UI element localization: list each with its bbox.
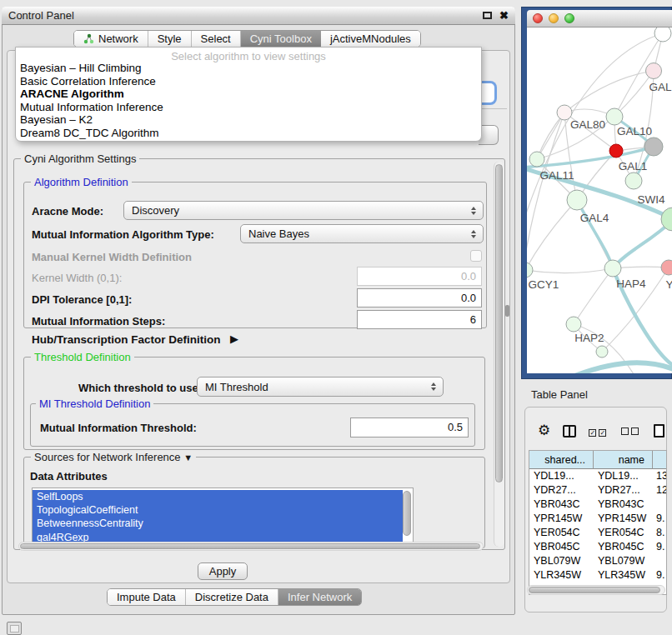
network-window-titlebar[interactable] — [527, 10, 672, 28]
minimize-traffic-light-icon[interactable] — [549, 13, 559, 23]
table-row[interactable]: YBR043CYBR043C — [529, 498, 667, 512]
table-cell[interactable]: YER054C — [529, 526, 594, 540]
apply-button[interactable]: Apply — [198, 562, 248, 580]
split-pane-divider-handle[interactable] — [505, 305, 509, 317]
mutual-information-threshold-input[interactable]: 0.5 — [350, 418, 469, 438]
tab-jactivemnodules[interactable]: jActiveMNodules — [321, 31, 420, 47]
network-node[interactable] — [604, 260, 621, 277]
table-cell[interactable]: YBR045C — [529, 540, 594, 554]
table-cell[interactable]: YBL079W — [594, 554, 653, 568]
table-cell[interactable]: 9. — [653, 568, 667, 582]
table-cell[interactable]: 12 — [653, 483, 667, 498]
table-cell[interactable]: YBR045C — [594, 540, 653, 554]
table-cell[interactable]: YLR345W — [529, 568, 594, 582]
table-cell[interactable] — [653, 554, 667, 568]
table-row[interactable]: YER054CYER054C8. — [529, 526, 667, 540]
dropdown-option[interactable]: Bayesian – Hill Climbing — [16, 62, 481, 75]
manual-kernel-width-checkbox[interactable] — [470, 250, 482, 262]
network-node[interactable] — [654, 28, 671, 42]
float-window-icon[interactable] — [483, 12, 492, 19]
tab-impute-data[interactable]: Impute Data — [108, 589, 186, 605]
table-cell[interactable]: 13 — [653, 469, 667, 483]
collapse-arrow-icon[interactable]: ▼ — [183, 452, 193, 462]
network-node[interactable] — [527, 262, 533, 278]
network-edge[interactable] — [527, 268, 613, 273]
network-node[interactable] — [609, 144, 623, 158]
table-cell[interactable]: YBR043C — [594, 498, 653, 512]
zoom-traffic-light-icon[interactable] — [564, 13, 574, 23]
control-panel-titlebar[interactable]: Control Panel ✖ — [2, 7, 515, 25]
table-hscrollbar-thumb[interactable] — [529, 587, 660, 593]
dropdown-option[interactable]: Dream8 DC_TDC Algorithm — [16, 127, 481, 140]
kernel-width-input[interactable]: 0.0 — [357, 267, 482, 286]
table-row[interactable]: YDR27...YDR27...12 — [529, 483, 667, 498]
tab-network[interactable]: Network — [74, 31, 148, 47]
network-node[interactable] — [566, 317, 581, 332]
network-node[interactable] — [661, 260, 672, 275]
data-attribute-item[interactable]: TopologicalCoefficient — [33, 503, 403, 517]
mi-algorithm-type-combo[interactable]: Naive Bayes — [240, 224, 484, 243]
tab-select[interactable]: Select — [192, 31, 241, 47]
table-row[interactable]: YLR345WYLR345W9. — [529, 568, 667, 582]
close-icon[interactable]: ✖ — [499, 11, 509, 20]
sources-group-title[interactable]: Sources for Network Inference ▼ — [31, 451, 196, 463]
hub-transcription-factor-label[interactable]: Hub/Transcription Factor Definition — [32, 333, 221, 346]
data-attribute-item[interactable]: BetweennessCentrality — [33, 517, 403, 530]
table-cell[interactable]: 9. — [653, 512, 667, 526]
table-row[interactable]: YBR045CYBR045C9. — [529, 540, 667, 554]
column-header[interactable]: name — [594, 451, 653, 469]
which-threshold-combo[interactable]: MI Threshold — [197, 377, 444, 397]
network-node[interactable] — [646, 63, 662, 79]
network-node[interactable] — [625, 172, 642, 189]
network-edge-thick[interactable] — [569, 362, 672, 373]
aracne-mode-combo[interactable]: Discovery — [123, 201, 484, 220]
table-cell[interactable]: 9. — [653, 540, 667, 554]
dropdown-option[interactable]: Mutual Information Inference — [16, 101, 481, 114]
table-cell[interactable]: YBR043C — [529, 498, 594, 512]
attributes-list-scrollbar-thumb[interactable] — [403, 491, 411, 536]
network-canvas[interactable]: GALGAL80GAL10GAL1GAL11SWI4GAL4GCY1HAP4YH… — [527, 28, 672, 373]
table-cell[interactable]: 8. — [653, 526, 667, 540]
expand-arrow-icon[interactable]: ▶ — [230, 332, 238, 345]
column-header[interactable]: A — [653, 451, 667, 469]
dropdown-option[interactable]: Basic Correlation Inference — [16, 75, 481, 88]
table-cell[interactable]: YDL19... — [594, 469, 653, 483]
settings-hscrollbar-thumb[interactable] — [20, 543, 480, 549]
network-node[interactable] — [529, 152, 544, 167]
deselect-checkboxes-icon[interactable] — [621, 423, 641, 438]
network-edge-thick[interactable] — [613, 219, 672, 268]
select-all-checkboxes-icon[interactable]: ✓✓ — [589, 423, 609, 438]
table-row[interactable]: YDL19...YDL19...13 — [529, 469, 667, 483]
tab-infer-network[interactable]: Infer Network — [278, 589, 361, 605]
table-cell[interactable]: YDL19... — [529, 469, 594, 483]
network-node[interactable] — [606, 108, 623, 125]
gear-icon[interactable]: ⚙ — [538, 422, 550, 439]
dropdown-option[interactable]: ARACNE Algorithm — [16, 88, 481, 101]
tab-style[interactable]: Style — [148, 31, 192, 47]
network-edge[interactable] — [574, 268, 613, 324]
table-cell[interactable]: YER054C — [594, 526, 653, 540]
minimized-panel-icon[interactable] — [7, 622, 22, 635]
settings-scrollbar-thumb[interactable] — [495, 164, 503, 482]
network-node[interactable] — [644, 138, 663, 156]
table-cell[interactable]: YDR27... — [594, 483, 653, 498]
document-icon[interactable] — [654, 424, 664, 438]
dropdown-option[interactable]: Bayesian – K2 — [16, 113, 481, 127]
table-cell[interactable]: YPR145W — [529, 512, 594, 526]
data-attribute-item[interactable]: SelfLoops — [33, 490, 403, 503]
split-columns-icon[interactable] — [563, 425, 576, 438]
table-cell[interactable] — [653, 498, 667, 512]
table-cell[interactable]: YPR145W — [594, 512, 653, 526]
close-traffic-light-icon[interactable] — [533, 13, 543, 23]
table-cell[interactable]: YBL079W — [529, 554, 594, 568]
table-row[interactable]: YPR145WYPR145W9. — [529, 512, 667, 526]
dpi-tolerance-input[interactable]: 0.0 — [357, 288, 482, 308]
table-cell[interactable]: YDR27... — [529, 483, 594, 498]
network-node[interactable] — [567, 190, 587, 210]
column-header[interactable]: shared... — [529, 451, 594, 469]
table-cell[interactable]: YLR345W — [594, 568, 653, 582]
network-edge[interactable] — [564, 71, 654, 112]
table-row[interactable]: YBL079WYBL079W — [529, 554, 667, 568]
mi-steps-input[interactable]: 6 — [357, 310, 482, 329]
tab-cyni-toolbox[interactable]: Cyni Toolbox — [241, 31, 321, 47]
